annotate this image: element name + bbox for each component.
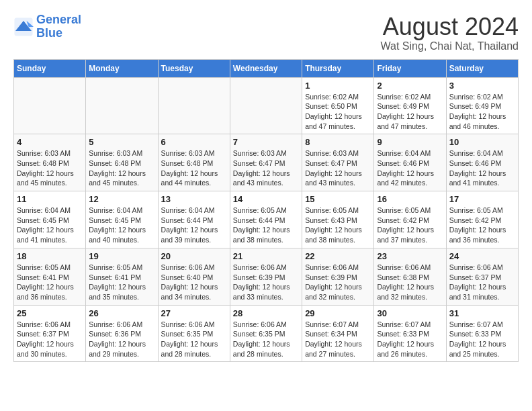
calendar-day-cell: 28Sunrise: 6:06 AM Sunset: 6:35 PM Dayli…: [230, 305, 302, 362]
day-info: Sunrise: 6:05 AM Sunset: 6:41 PM Dayligh…: [89, 263, 154, 302]
day-number: 13: [161, 194, 227, 204]
day-number: 19: [89, 251, 154, 261]
day-number: 26: [89, 308, 154, 318]
day-info: Sunrise: 6:04 AM Sunset: 6:46 PM Dayligh…: [377, 148, 443, 188]
calendar-day-cell: 6Sunrise: 6:03 AM Sunset: 6:48 PM Daylig…: [158, 134, 230, 191]
calendar-day-cell: 12Sunrise: 6:04 AM Sunset: 6:45 PM Dayli…: [86, 191, 158, 248]
day-info: Sunrise: 6:05 AM Sunset: 6:41 PM Dayligh…: [17, 263, 83, 302]
day-info: Sunrise: 6:03 AM Sunset: 6:48 PM Dayligh…: [161, 148, 227, 188]
calendar-day-cell: 11Sunrise: 6:04 AM Sunset: 6:45 PM Dayli…: [14, 191, 86, 248]
day-number: 20: [161, 251, 227, 261]
calendar-day-cell: 26Sunrise: 6:06 AM Sunset: 6:36 PM Dayli…: [86, 305, 158, 362]
day-info: Sunrise: 6:03 AM Sunset: 6:47 PM Dayligh…: [305, 148, 371, 188]
calendar-day-cell: 21Sunrise: 6:06 AM Sunset: 6:39 PM Dayli…: [230, 248, 302, 305]
calendar-day-cell: 8Sunrise: 6:03 AM Sunset: 6:47 PM Daylig…: [302, 134, 374, 191]
day-number: 7: [233, 137, 299, 147]
weekday-header: Thursday: [302, 59, 374, 77]
calendar-week-row: 4Sunrise: 6:03 AM Sunset: 6:48 PM Daylig…: [14, 134, 519, 191]
day-number: 17: [449, 194, 515, 204]
weekday-header: Monday: [86, 59, 158, 77]
day-info: Sunrise: 6:06 AM Sunset: 6:35 PM Dayligh…: [233, 320, 299, 359]
calendar-day-cell: 18Sunrise: 6:05 AM Sunset: 6:41 PM Dayli…: [14, 248, 86, 305]
day-number: 5: [89, 137, 154, 147]
calendar-day-cell: 9Sunrise: 6:04 AM Sunset: 6:46 PM Daylig…: [374, 134, 446, 191]
calendar-day-cell: 31Sunrise: 6:07 AM Sunset: 6:33 PM Dayli…: [446, 305, 518, 362]
day-number: 10: [449, 137, 515, 147]
day-number: 14: [233, 194, 299, 204]
calendar-day-cell: 25Sunrise: 6:06 AM Sunset: 6:37 PM Dayli…: [14, 305, 86, 362]
day-info: Sunrise: 6:07 AM Sunset: 6:33 PM Dayligh…: [449, 320, 515, 359]
day-number: 11: [17, 194, 83, 204]
day-number: 15: [305, 194, 371, 204]
title-block: August 2024 Wat Sing, Chai Nat, Thailand: [381, 13, 519, 52]
calendar-day-cell: 27Sunrise: 6:06 AM Sunset: 6:35 PM Dayli…: [158, 305, 230, 362]
calendar-header-row: SundayMondayTuesdayWednesdayThursdayFrid…: [14, 59, 519, 77]
calendar-day-cell: 14Sunrise: 6:05 AM Sunset: 6:44 PM Dayli…: [230, 191, 302, 248]
calendar-day-cell: 13Sunrise: 6:04 AM Sunset: 6:44 PM Dayli…: [158, 191, 230, 248]
logo: General Blue: [13, 13, 81, 40]
calendar-day-cell: 5Sunrise: 6:03 AM Sunset: 6:48 PM Daylig…: [86, 134, 158, 191]
day-number: 23: [377, 251, 443, 261]
calendar-day-cell: 2Sunrise: 6:02 AM Sunset: 6:49 PM Daylig…: [374, 77, 446, 134]
calendar-week-row: 18Sunrise: 6:05 AM Sunset: 6:41 PM Dayli…: [14, 248, 519, 305]
weekday-header: Tuesday: [158, 59, 230, 77]
day-number: 2: [377, 81, 443, 91]
weekday-header: Friday: [374, 59, 446, 77]
day-info: Sunrise: 6:03 AM Sunset: 6:47 PM Dayligh…: [233, 148, 299, 188]
calendar-day-cell: 3Sunrise: 6:02 AM Sunset: 6:49 PM Daylig…: [446, 77, 518, 134]
day-info: Sunrise: 6:07 AM Sunset: 6:33 PM Dayligh…: [377, 320, 443, 359]
calendar-week-row: 1Sunrise: 6:02 AM Sunset: 6:50 PM Daylig…: [14, 77, 519, 134]
day-info: Sunrise: 6:06 AM Sunset: 6:38 PM Dayligh…: [377, 263, 443, 302]
day-info: Sunrise: 6:05 AM Sunset: 6:42 PM Dayligh…: [377, 205, 443, 245]
calendar-day-cell: 16Sunrise: 6:05 AM Sunset: 6:42 PM Dayli…: [374, 191, 446, 248]
logo-icon: [13, 17, 34, 37]
day-info: Sunrise: 6:05 AM Sunset: 6:42 PM Dayligh…: [449, 205, 515, 245]
weekday-header: Wednesday: [230, 59, 302, 77]
calendar-day-cell: 30Sunrise: 6:07 AM Sunset: 6:33 PM Dayli…: [374, 305, 446, 362]
day-info: Sunrise: 6:06 AM Sunset: 6:36 PM Dayligh…: [89, 320, 154, 359]
logo-text: General Blue: [36, 13, 81, 40]
day-number: 24: [449, 251, 515, 261]
day-number: 1: [305, 81, 371, 91]
day-number: 28: [233, 308, 299, 318]
day-info: Sunrise: 6:02 AM Sunset: 6:49 PM Dayligh…: [377, 92, 443, 132]
day-number: 6: [161, 137, 227, 147]
day-info: Sunrise: 6:03 AM Sunset: 6:48 PM Dayligh…: [89, 148, 154, 188]
calendar-table: SundayMondayTuesdayWednesdayThursdayFrid…: [13, 59, 519, 363]
day-number: 3: [449, 81, 515, 91]
day-number: 30: [377, 308, 443, 318]
page-header: General Blue August 2024 Wat Sing, Chai …: [13, 13, 519, 52]
day-number: 18: [17, 251, 83, 261]
day-info: Sunrise: 6:02 AM Sunset: 6:50 PM Dayligh…: [305, 92, 371, 132]
day-info: Sunrise: 6:06 AM Sunset: 6:39 PM Dayligh…: [233, 263, 299, 302]
day-info: Sunrise: 6:06 AM Sunset: 6:35 PM Dayligh…: [161, 320, 227, 359]
calendar-day-cell: [14, 77, 86, 134]
calendar-day-cell: 22Sunrise: 6:06 AM Sunset: 6:39 PM Dayli…: [302, 248, 374, 305]
page-title: August 2024: [381, 13, 519, 40]
calendar-week-row: 25Sunrise: 6:06 AM Sunset: 6:37 PM Dayli…: [14, 305, 519, 362]
day-info: Sunrise: 6:05 AM Sunset: 6:43 PM Dayligh…: [305, 205, 371, 245]
day-info: Sunrise: 6:06 AM Sunset: 6:40 PM Dayligh…: [161, 263, 227, 302]
day-number: 16: [377, 194, 443, 204]
calendar-day-cell: 15Sunrise: 6:05 AM Sunset: 6:43 PM Dayli…: [302, 191, 374, 248]
calendar-day-cell: 24Sunrise: 6:06 AM Sunset: 6:37 PM Dayli…: [446, 248, 518, 305]
day-info: Sunrise: 6:05 AM Sunset: 6:44 PM Dayligh…: [233, 205, 299, 245]
day-number: 31: [449, 308, 515, 318]
day-info: Sunrise: 6:02 AM Sunset: 6:49 PM Dayligh…: [449, 92, 515, 132]
day-number: 21: [233, 251, 299, 261]
calendar-week-row: 11Sunrise: 6:04 AM Sunset: 6:45 PM Dayli…: [14, 191, 519, 248]
calendar-day-cell: [158, 77, 230, 134]
calendar-day-cell: 19Sunrise: 6:05 AM Sunset: 6:41 PM Dayli…: [86, 248, 158, 305]
day-info: Sunrise: 6:04 AM Sunset: 6:45 PM Dayligh…: [17, 205, 83, 245]
day-number: 22: [305, 251, 371, 261]
day-info: Sunrise: 6:06 AM Sunset: 6:37 PM Dayligh…: [17, 320, 83, 359]
day-info: Sunrise: 6:06 AM Sunset: 6:39 PM Dayligh…: [305, 263, 371, 302]
day-number: 8: [305, 137, 371, 147]
weekday-header: Sunday: [14, 59, 86, 77]
calendar-day-cell: 20Sunrise: 6:06 AM Sunset: 6:40 PM Dayli…: [158, 248, 230, 305]
calendar-body: 1Sunrise: 6:02 AM Sunset: 6:50 PM Daylig…: [14, 77, 519, 362]
weekday-header: Saturday: [446, 59, 518, 77]
calendar-day-cell: 10Sunrise: 6:04 AM Sunset: 6:46 PM Dayli…: [446, 134, 518, 191]
day-number: 29: [305, 308, 371, 318]
calendar-day-cell: [230, 77, 302, 134]
